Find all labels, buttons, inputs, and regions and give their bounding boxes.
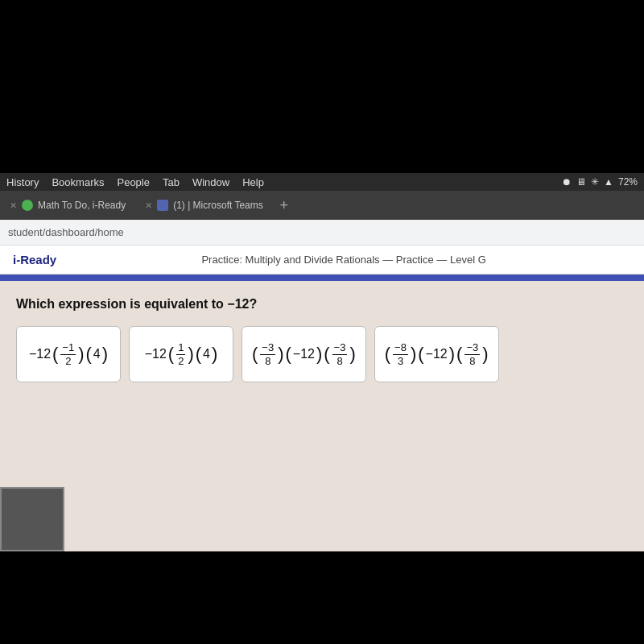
display-icon: 🖥: [576, 176, 586, 188]
rparen-4a: ): [411, 345, 416, 363]
fraction-half: 1 2: [176, 341, 185, 367]
fraction-neg3-8a: −3 8: [260, 341, 275, 367]
choice-4[interactable]: ( −8 3 ) ( −12 ) ( −3 8 ): [374, 326, 499, 382]
menu-tab[interactable]: Tab: [163, 176, 180, 188]
menu-bar: History Bookmarks People Tab Window Help…: [0, 173, 644, 191]
menu-history[interactable]: History: [6, 176, 39, 188]
rparen-3b: ): [316, 345, 322, 363]
video-thumbnail: [0, 487, 64, 551]
lparen-2: (: [168, 345, 174, 363]
rparen-3a: ): [278, 345, 283, 363]
four-2: 4: [203, 347, 210, 361]
rparen-4c: ): [482, 345, 488, 363]
minus12-2: −12: [145, 347, 167, 361]
fraction-neg3-8c: −3 8: [464, 341, 480, 367]
menu-window[interactable]: Window: [192, 176, 229, 188]
rparen-1b: ): [102, 345, 108, 363]
practice-title: Practice: Multiply and Divide Rationals …: [56, 254, 631, 266]
menu-help[interactable]: Help: [242, 176, 264, 188]
rparen-2b: ): [212, 345, 217, 363]
choice-1-expr: −12 ( −1 2 ) ( 4 ): [29, 341, 108, 367]
lparen-1b: (: [86, 345, 92, 363]
tab-teams[interactable]: ✕ (1) | Microsoft Teams: [135, 191, 273, 220]
question-text: Which expression is equivalent to −12?: [16, 297, 628, 312]
bottom-area: [0, 407, 644, 551]
record-icon: ⏺: [562, 176, 572, 188]
blue-banner: [0, 275, 644, 281]
lparen-4a: (: [385, 345, 390, 363]
four-1: 4: [93, 347, 101, 361]
fraction-neg3-8b: −3 8: [332, 341, 348, 367]
choices-row: −12 ( −1 2 ) ( 4 ) −12 ( 1 2 ): [16, 326, 628, 382]
choice-2[interactable]: −12 ( 1 2 ) ( 4 ): [129, 326, 233, 382]
rparen-1: ): [78, 345, 84, 363]
menu-bookmarks[interactable]: Bookmarks: [52, 176, 104, 188]
tab-teams-label: (1) | Microsoft Teams: [173, 200, 263, 211]
bluetooth-icon: ✳: [591, 176, 599, 188]
tab-bar: ✕ Math To Do, i-Ready ✕ (1) | Microsoft …: [0, 191, 644, 220]
tab-iready[interactable]: ✕ Math To Do, i-Ready: [0, 191, 135, 220]
neg12-4: −12: [426, 347, 448, 361]
wifi-icon: ▲: [604, 176, 613, 188]
new-tab-button[interactable]: +: [273, 194, 295, 217]
menu-people[interactable]: People: [117, 176, 149, 188]
app-header: i-Ready Practice: Multiply and Divide Ra…: [0, 246, 644, 275]
main-content: Which expression is equivalent to −12? −…: [0, 281, 644, 407]
tab-close-icon[interactable]: ✕: [10, 200, 17, 211]
rparen-3c: ): [349, 345, 355, 363]
choice-4-expr: ( −8 3 ) ( −12 ) ( −3 8 ): [385, 341, 489, 367]
fraction-neg-half: −1 2: [60, 341, 76, 367]
teams-favicon: [157, 200, 168, 211]
rparen-2: ): [188, 345, 193, 363]
lparen-2b: (: [196, 345, 201, 363]
lparen-3c: (: [324, 345, 329, 363]
system-icons: ⏺ 🖥 ✳ ▲ 72%: [562, 176, 638, 188]
black-top-area: [0, 0, 644, 173]
minus12-1: −12: [29, 347, 51, 361]
choice-3[interactable]: ( −3 8 ) ( −12 ) ( −3 8 ): [242, 326, 366, 382]
neg12-3: −12: [293, 347, 315, 361]
url-text: student/dashboard/home: [8, 226, 124, 238]
tab-iready-label: Math To Do, i-Ready: [38, 200, 126, 211]
choice-3-expr: ( −3 8 ) ( −12 ) ( −3 8 ): [252, 341, 356, 367]
lparen-4c: (: [456, 345, 462, 363]
lparen-3b: (: [285, 345, 291, 363]
fraction-neg8-3: −8 3: [393, 341, 408, 367]
iready-favicon: [22, 200, 33, 211]
lparen-3a: (: [252, 345, 258, 363]
address-bar[interactable]: student/dashboard/home: [0, 220, 644, 246]
battery-label: 72%: [618, 176, 638, 188]
tab-close-icon-2[interactable]: ✕: [145, 200, 152, 211]
choice-2-expr: −12 ( 1 2 ) ( 4 ): [145, 341, 218, 367]
app-logo: i-Ready: [13, 253, 56, 266]
rparen-4b: ): [449, 345, 455, 363]
lparen-1: (: [52, 345, 58, 363]
choice-1[interactable]: −12 ( −1 2 ) ( 4 ): [16, 326, 121, 382]
lparen-4b: (: [418, 345, 423, 363]
